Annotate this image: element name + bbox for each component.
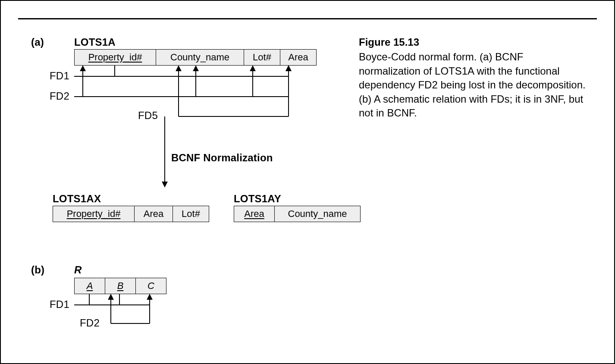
lots1a-property-id: Property_id# xyxy=(75,50,156,65)
lots1ax-area: Area xyxy=(135,206,173,222)
r-attr-a: A xyxy=(75,278,105,294)
lots1ax-property-id: Property_id# xyxy=(53,206,135,222)
lots1a-fd2 xyxy=(74,66,289,97)
lots1a-fd1 xyxy=(74,65,289,76)
r-attr-b: B xyxy=(105,278,136,294)
lots1a-title: LOTS1A xyxy=(74,36,116,48)
lots1ay-county-name: County_name xyxy=(275,206,360,222)
lots1a-table: Property_id# County_name Lot# Area xyxy=(74,49,317,66)
fd2-label: FD2 xyxy=(50,90,69,102)
figure-number: Figure 15.13 xyxy=(359,35,587,49)
lots1ax-table: Property_id# Area Lot# xyxy=(53,206,209,222)
fd1-label: FD1 xyxy=(50,70,69,82)
figure-caption: Figure 15.13 Boyce-Codd normal form. (a)… xyxy=(359,35,587,120)
lots1a-fd5 xyxy=(179,66,289,116)
r-table: A B C xyxy=(74,278,166,294)
lots1a-lot: Lot# xyxy=(244,50,280,65)
r-fd1 xyxy=(74,294,150,305)
figure-caption-text: Boyce-Codd normal form. (a) BCNF normali… xyxy=(359,51,586,119)
part-a-label: (a) xyxy=(31,36,44,48)
r-fd2 xyxy=(111,295,150,323)
figure-container: (a) LOTS1A Property_id# County_name Lot#… xyxy=(0,0,615,364)
r-title: R xyxy=(74,264,82,276)
r-fd1-label: FD1 xyxy=(50,298,69,311)
r-attr-c: C xyxy=(136,278,166,294)
lots1ax-lot: Lot# xyxy=(173,206,209,222)
lots1ay-table: Area County_name xyxy=(234,206,361,222)
lots1a-county-name: County_name xyxy=(156,50,244,65)
part-b-label: (b) xyxy=(31,264,44,276)
top-rule xyxy=(18,18,597,19)
lots1ay-area: Area xyxy=(234,206,275,222)
bcnf-normalization-label: BCNF Normalization xyxy=(171,152,273,164)
r-fd2-label: FD2 xyxy=(80,317,100,329)
fd5-label: FD5 xyxy=(138,110,158,122)
lots1a-area: Area xyxy=(280,50,316,65)
lots1ax-title: LOTS1AX xyxy=(53,193,101,205)
lots1ay-title: LOTS1AY xyxy=(234,193,281,205)
